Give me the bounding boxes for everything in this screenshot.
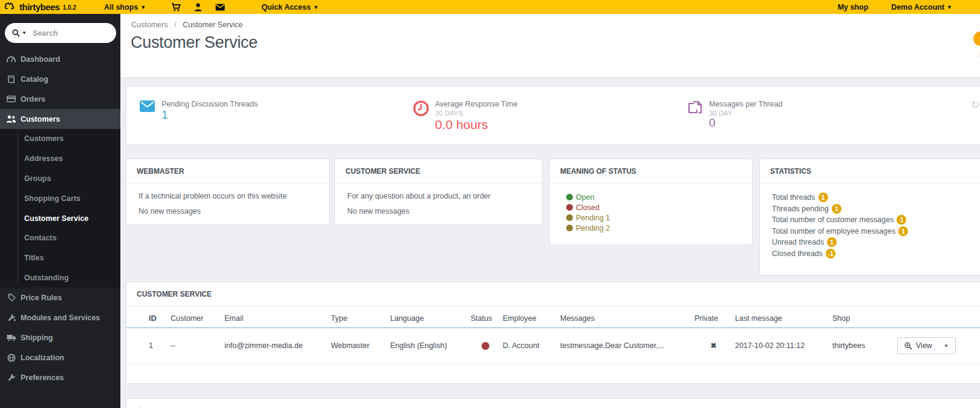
col-shop[interactable]: Shop	[832, 306, 897, 328]
sidebar-item-dashboard[interactable]: Dashboard	[0, 49, 120, 69]
status-legend-pending1: Pending 1	[562, 212, 740, 223]
status-dot-pending2	[566, 225, 573, 231]
sidebar-item-shipping[interactable]: Shipping	[0, 327, 120, 347]
col-messages[interactable]: Messages	[560, 306, 694, 328]
sidebar-item-customer-service[interactable]: Customer Service	[0, 208, 120, 228]
status-dot-pending1	[566, 214, 573, 221]
cell-language: English (English)	[390, 328, 471, 364]
search-scope-caret-icon[interactable]	[22, 30, 27, 36]
all-shops-dropdown[interactable]: All shops	[104, 3, 146, 12]
shipping-icon	[6, 333, 16, 342]
panel-title: CUSTOMER SERVICE	[137, 289, 212, 298]
brand-logo[interactable]: thirtybees 1.0.2	[4, 2, 76, 13]
col-type[interactable]: Type	[331, 306, 390, 328]
sidebar-item-shopping-carts[interactable]: Shopping Carts	[0, 188, 120, 208]
cell-private	[694, 328, 735, 364]
sidebar-item-titles[interactable]: Titles	[0, 248, 120, 268]
col-employee[interactable]: Employee	[503, 306, 560, 328]
sidebar: Dashboard Catalog Orders Customers	[0, 14, 120, 408]
stat-customer-messages: Total number of customer messages 1	[772, 214, 972, 226]
sidebar-search[interactable]	[5, 23, 116, 43]
col-last-message[interactable]: Last message	[735, 306, 832, 328]
webmaster-status: No new messages	[139, 207, 317, 216]
quick-access-dropdown[interactable]: Quick Access	[261, 3, 318, 12]
sidebar-item-customers[interactable]: Customers	[0, 109, 120, 129]
col-customer[interactable]: Customer	[171, 306, 224, 328]
kpi-panel: Pending Discussion Threads 1 Average Res…	[126, 86, 980, 145]
table-row[interactable]: 1 -- info@zimmer-media.de Webmaster Engl…	[126, 328, 980, 364]
stat-badge: 1	[897, 215, 906, 225]
cell-customer: --	[171, 328, 224, 364]
sidebar-item-orders[interactable]: Orders	[0, 89, 120, 109]
help-bubble-icon[interactable]	[973, 31, 980, 46]
kpi-value: 0.0 hours	[435, 117, 488, 132]
page-header: Customers / Customer Service Customer Se…	[120, 14, 980, 77]
stat-badge: 1	[832, 204, 841, 214]
sidebar-item-outstanding[interactable]: Outstanding	[0, 268, 120, 288]
cart-icon[interactable]	[171, 3, 181, 12]
cell-messages: testmessage,Dear Customer,...	[560, 328, 694, 364]
brand-version: 1.0.2	[63, 4, 76, 11]
sidebar-submenu-customers: Customers Addresses Groups Shopping Cart…	[0, 129, 120, 288]
cell-shop: thirtybees	[832, 328, 897, 364]
col-id[interactable]: ID	[126, 306, 171, 328]
col-private[interactable]: Private	[694, 306, 735, 328]
sidebar-item-localization[interactable]: Localization	[0, 347, 120, 367]
customer-service-table-panel: CUSTOMER SERVICE ID Customer Email Type …	[126, 281, 980, 384]
preferences-icon	[6, 373, 16, 382]
customer-service-status: No new messages	[347, 207, 530, 216]
account-dropdown[interactable]: Demo Account	[891, 3, 952, 12]
breadcrumb-parent[interactable]: Customers	[131, 21, 168, 29]
breadcrumb: Customers / Customer Service	[131, 21, 243, 29]
panel-title: STATISTICS	[770, 166, 811, 176]
breadcrumb-current: Customer Service	[183, 21, 243, 29]
cell-actions: View	[897, 328, 980, 364]
sidebar-item-addresses[interactable]: Addresses	[0, 149, 120, 169]
bee-logo-icon	[4, 2, 17, 13]
chevron-down-icon[interactable]	[944, 343, 949, 349]
user-icon[interactable]	[194, 3, 202, 12]
brand-name: thirtybees	[19, 2, 60, 12]
panel-title: CUSTOMER SERVICE	[345, 166, 420, 176]
page-title: Customer Service	[131, 33, 258, 52]
price-rules-icon	[6, 293, 16, 302]
status-dot-closed	[482, 342, 489, 350]
envelope-icon[interactable]	[215, 4, 225, 11]
customer-service-page: thirtybees 1.0.2 All shops Quick Access …	[0, 0, 980, 408]
cell-type: Webmaster	[331, 328, 390, 364]
cell-status	[471, 328, 503, 364]
sidebar-item-price-rules[interactable]: Price Rules	[0, 288, 120, 308]
clock-kpi-icon	[413, 100, 429, 116]
cell-id: 1	[126, 328, 171, 364]
col-actions	[897, 306, 980, 328]
cell-last-message: 2017-10-02 20:11:12	[735, 328, 832, 364]
view-button[interactable]: View	[897, 337, 956, 354]
col-email[interactable]: Email	[224, 306, 331, 328]
kpi-value[interactable]: 1	[162, 108, 168, 122]
dashboard-icon	[6, 54, 16, 64]
sidebar-item-groups[interactable]: Groups	[0, 169, 120, 189]
status-meaning-panel: MEANING OF STATUS Open Closed Pending 1 …	[549, 159, 753, 245]
modules-icon	[6, 313, 16, 322]
customer-service-description: For any question about a product, an ord…	[347, 192, 530, 200]
search-input[interactable]	[33, 29, 105, 38]
sidebar-item-modules[interactable]: Modules and Services	[0, 308, 120, 327]
customers-icon	[6, 114, 16, 123]
sidebar-item-customers-sub[interactable]: Customers	[0, 129, 120, 149]
not-private-x-icon	[710, 341, 716, 350]
webmaster-description: If a technical problem occurs on this we…	[139, 192, 317, 200]
col-language[interactable]: Language	[390, 306, 471, 328]
customer-service-panel: CUSTOMER SERVICE For any question about …	[335, 159, 543, 225]
my-shop-link[interactable]: My shop	[838, 3, 869, 12]
status-legend-closed: Closed	[562, 202, 740, 212]
sidebar-item-contacts[interactable]: Contacts	[0, 228, 120, 248]
stat-threads-pending: Threads pending 1	[772, 203, 972, 215]
webmaster-panel: WEBMASTER If a technical problem occurs …	[126, 159, 330, 225]
col-status[interactable]: Status	[471, 306, 503, 328]
stat-badge: -1	[826, 249, 835, 258]
refresh-icon[interactable]	[971, 99, 979, 111]
sidebar-item-preferences[interactable]: Preferences	[0, 367, 120, 387]
chevron-down-icon	[313, 4, 319, 10]
breadcrumb-separator: /	[174, 21, 176, 29]
sidebar-item-catalog[interactable]: Catalog	[0, 69, 120, 89]
